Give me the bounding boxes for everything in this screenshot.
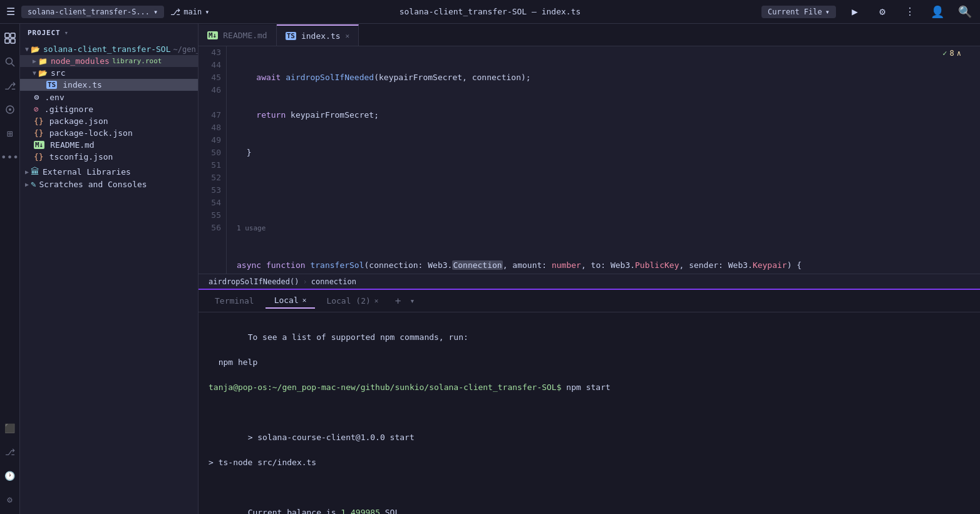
ts-file-icon: TS [46,81,57,89]
activity-more-icon[interactable]: ••• [2,149,18,165]
current-file-label: Current File [768,8,822,16]
activity-search-icon[interactable] [2,54,18,70]
env-file-icon: ⊜ [34,92,39,102]
json-file-icon: {} [34,116,44,126]
sidebar-header: Project ▾ [20,24,198,42]
tree-index-ts[interactable]: TS index.ts [20,79,198,91]
local2-tab-close-icon[interactable]: ✕ [374,297,379,305]
branch-selector[interactable]: ⎇ main ▾ [170,7,209,17]
breadcrumb-separator: › [303,277,307,286]
tree-src-folder[interactable]: ▼ 📂 src [20,67,198,79]
terminal-content: To see a list of supported npm commands,… [199,312,980,514]
search-icon[interactable]: 🔍 [956,3,974,21]
md-file-icon: M↓ [34,141,44,149]
package-lock-name: package-lock.json [49,128,133,138]
tree-package-lock[interactable]: {} package-lock.json [20,127,198,139]
tree-gitignore[interactable]: ⊘ .gitignore [20,103,198,115]
tree-readme[interactable]: M↓ README.md [20,139,198,151]
code-line-hint: 1 usage [237,222,970,234]
term-balance-line: Current balance is 1.499985 SOL [248,508,400,514]
window-title: solana-client_transfer-SOL – index.ts [400,7,581,16]
title-bar: ☰ solana-client_transfer-S... ▾ ⎇ main ▾… [0,0,980,24]
terminal-dropdown-icon[interactable]: ▾ [410,296,415,306]
term-line-1: To see a list of supported npm commands,… [248,332,468,342]
ext-libraries-name: External Libraries [43,167,131,177]
editor-area: M↓ README.md TS index.ts ✕ 43 44 45 46 ·… [199,24,980,514]
library-root-badge: library.root [112,57,162,65]
local2-tab-label: Local (2) [326,296,370,306]
code-content[interactable]: await airdropSolIfNeeded(keypairFromSecr… [227,46,980,274]
hamburger-icon[interactable]: ☰ [6,6,15,18]
title-bar-left: ☰ solana-client_transfer-S... ▾ ⎇ main ▾ [6,6,209,18]
current-file-button[interactable]: Current File ▾ [761,6,836,18]
tree-root-folder[interactable]: ▼ 📂 solana-client_transfer-SOL ~/gen_... [20,43,198,55]
readme-name: README.md [50,140,94,150]
code-line-45: } [237,146,970,159]
chevron-down-icon: ▼ [25,46,29,53]
tab-readme[interactable]: M↓ README.md [199,24,277,46]
scratches-name: Scratches and Consoles [39,180,147,189]
breadcrumb-part2[interactable]: connection [311,277,356,286]
svg-rect-3 [11,39,15,43]
tab-bar: M↓ README.md TS index.ts ✕ [199,24,980,46]
activity-settings-icon[interactable]: ⚙ [2,491,18,508]
chevron-right-icon: ▶ [33,58,36,64]
sidebar-title: Project [28,29,61,37]
more-options-icon[interactable]: ⋮ [901,3,919,21]
run-button[interactable]: ▶ [846,3,864,21]
close-tab-icon[interactable]: ✕ [346,32,350,40]
activity-vcs-icon[interactable]: ⎇ [2,444,18,460]
project-selector[interactable]: solana-client_transfer-S... ▾ [21,6,164,18]
check-icon: ✓ [942,49,947,58]
local2-tab[interactable]: Local (2) ✕ [317,294,387,308]
add-terminal-button[interactable]: + [389,293,406,309]
local-tab[interactable]: Local ✕ [266,293,316,309]
index-tab-icon: TS [286,32,296,40]
current-file-dropdown-icon: ▾ [825,8,830,16]
tree-package-json[interactable]: {} package.json [20,115,198,127]
local-tab-close-icon[interactable]: ✕ [302,296,307,304]
activity-terminal-icon[interactable]: ⬛ [2,420,18,436]
svg-rect-1 [11,33,15,38]
index-ts-name: index.ts [63,80,102,90]
sidebar-dropdown-icon: ▾ [64,29,70,37]
gitignore-name: .gitignore [44,105,93,114]
tree-env[interactable]: ⊜ .env [20,91,198,103]
breadcrumb-part1[interactable]: airdropSolIfNeeded() [209,277,299,286]
settings-icon[interactable]: ⚙ [874,3,891,21]
sidebar: Project ▾ ▼ 📂 solana-client_transfer-SOL… [20,24,199,514]
activity-project-icon[interactable] [2,30,18,46]
activity-extensions-icon[interactable]: ⊞ [2,125,18,141]
chevron-down-src-icon: ▼ [33,69,36,76]
branch-dropdown-icon: ▾ [205,8,209,16]
line-numbers: 43 44 45 46 · 47 48 49 50 51 52 53 54 55… [199,46,227,274]
folder-open-icon: 📂 [31,45,40,54]
chevron-ext-icon: ▶ [25,168,29,175]
main-layout: ⎇ ⊞ ••• ⬛ ⎇ 🕐 ⚙ Project ▾ ▼ 📂 solana-c [0,24,980,514]
activity-clock-icon[interactable]: 🕐 [2,468,18,484]
activity-bar: ⎇ ⊞ ••• ⬛ ⎇ 🕐 ⚙ [0,24,20,514]
tree-tsconfig[interactable]: {} tsconfig.json [20,151,198,163]
tree-external-libraries[interactable]: ▶ 🏛 External Libraries [20,165,198,178]
title-bar-right: Current File ▾ ▶ ⚙ ⋮ 👤 🔍 [761,3,974,21]
terminal-area: Terminal Local ✕ Local (2) ✕ + ▾ To see … [199,289,980,514]
profile-icon[interactable]: 👤 [929,3,946,21]
tree-scratches[interactable]: ▶ ✎ Scratches and Consoles [20,178,198,190]
svg-line-5 [11,64,14,67]
terminal-tab[interactable]: Terminal [206,294,263,308]
env-name: .env [44,93,64,102]
breadcrumb-bar: airdropSolIfNeeded() › connection [199,274,980,289]
activity-git-icon[interactable]: ⎇ [2,78,18,94]
svg-rect-2 [5,39,9,43]
term-output-2: > ts-node src/index.ts [209,458,316,467]
tree-node-modules[interactable]: ▶ 📁 node_modules library.root [20,55,198,67]
terminal-tab-label: Terminal [215,296,254,306]
branch-icon: ⎇ [170,7,180,17]
src-folder-name: src [51,68,65,78]
readme-tab-icon: M↓ [207,31,218,39]
project-name: solana-client_transfer-S... [28,8,150,16]
tab-index-ts[interactable]: TS index.ts ✕ [277,24,359,46]
local-tab-label: Local [274,296,299,305]
activity-debug-icon[interactable] [2,101,18,118]
error-up-icon: ∧ [957,49,961,58]
